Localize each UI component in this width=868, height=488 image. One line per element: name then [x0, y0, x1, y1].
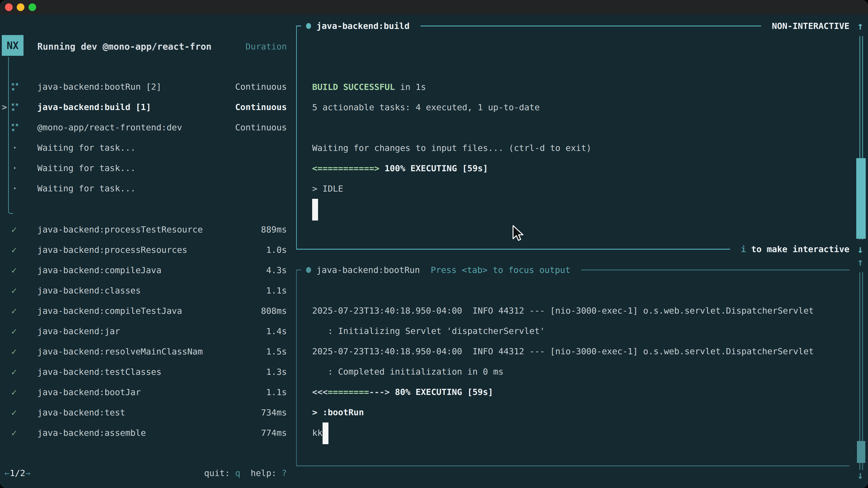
running-task-row[interactable]: > @mono-app/react-frontend:dev Continuou…	[0, 117, 294, 138]
minimize-button[interactable]	[17, 3, 24, 11]
build-pane-top-border: java-backend:build NON-INTERACTIVE	[296, 21, 849, 31]
page-prev-icon[interactable]: ←	[4, 468, 10, 478]
completed-task-row[interactable]: ✓ java-backend:test 734ms	[0, 402, 294, 423]
zoom-button[interactable]	[29, 3, 36, 11]
build-pane-bottom-border: i to make interactive	[296, 244, 849, 255]
running-task-row[interactable]: > · Waiting for task...	[0, 178, 294, 199]
progress-head-text: <<<	[312, 387, 328, 397]
scroll-up-icon[interactable]: ↑	[854, 16, 867, 36]
progress-bar-text: <===========>	[312, 163, 379, 173]
task-duration: Continuous	[235, 82, 287, 92]
progress-status-text: 100% EXECUTING [59s]	[379, 163, 488, 173]
build-output-pane[interactable]: java-backend:build NON-INTERACTIVE BUILD…	[296, 26, 849, 249]
task-name: java-backend:classes	[37, 286, 266, 295]
cursor-line	[312, 199, 845, 219]
running-task-row[interactable]: > java-backend:bootRun [2] Continuous	[0, 76, 294, 97]
task-duration: 774ms	[261, 428, 287, 438]
task-name: java-backend:resolveMainClassNam	[37, 347, 266, 357]
waiting-for-changes-line: Waiting for changes to input files... (c…	[312, 138, 845, 158]
task-name: java-backend:assemble	[37, 428, 261, 438]
bootrun-output-pane[interactable]: java-backend:bootRun Press <tab> to focu…	[296, 270, 849, 466]
task-name: java-backend:build [1]	[37, 102, 235, 112]
page-next-icon[interactable]: →	[25, 468, 31, 478]
log-line: : Completed initialization in 0 ms	[312, 361, 845, 382]
waiting-dot-icon: ·	[12, 184, 19, 193]
close-button[interactable]	[5, 3, 13, 11]
completed-task-row[interactable]: ✓ java-backend:resolveMainClassNam 1.5s	[0, 341, 294, 362]
stdin-input-text: kk	[312, 428, 322, 438]
progress-fill-text: ========	[328, 387, 369, 397]
bootrun-pane-scrollbar-track[interactable]	[860, 272, 863, 470]
blank-line	[312, 118, 845, 138]
help-hint-key: ?	[282, 468, 287, 478]
task-prompt-line: > :bootRun	[312, 402, 845, 422]
quit-hint-label: quit:	[204, 468, 235, 478]
idle-status-line: > IDLE	[312, 178, 845, 199]
checkmark-icon: ✓	[11, 306, 17, 316]
task-duration: 808ms	[261, 306, 287, 316]
interactive-hint-key: i	[741, 244, 746, 254]
checkmark-icon: ✓	[11, 408, 17, 418]
running-task-row[interactable]: > · Waiting for task...	[0, 138, 294, 158]
page-indicator: 1/2	[10, 468, 25, 478]
completed-task-row[interactable]: ✓ java-backend:processResources 1.0s	[0, 240, 294, 260]
quit-hint-key: q	[235, 468, 240, 478]
completed-task-row[interactable]: ✓ java-backend:testClasses 1.3s	[0, 362, 294, 382]
running-task-row[interactable]: > java-backend:build [1] Continuous	[0, 97, 294, 117]
scroll-up-icon[interactable]: ↑	[854, 252, 867, 272]
completed-task-row[interactable]: ✓ java-backend:compileTestJava 808ms	[0, 301, 294, 321]
spinner-icon	[12, 123, 19, 132]
task-duration: 1.1s	[266, 286, 287, 295]
task-status-dot-icon	[306, 267, 311, 273]
completed-task-row[interactable]: ✓ java-backend:assemble 774ms	[0, 423, 294, 443]
task-name: java-backend:jar	[37, 326, 266, 336]
spinner-icon	[12, 82, 19, 91]
terminal-block-cursor	[312, 199, 318, 221]
bootrun-pane-bottom-border	[296, 460, 849, 471]
progress-tail-text: --->	[369, 387, 390, 397]
task-name: java-backend:processResources	[37, 245, 266, 255]
task-name: java-backend:compileJava	[37, 265, 266, 275]
checkmark-icon: ✓	[11, 367, 17, 377]
gradle-progress-line: <<<========---> 80% EXECUTING [59s]	[312, 382, 845, 402]
window-titlebar[interactable]	[0, 0, 868, 14]
scroll-down-icon[interactable]: ↓	[854, 465, 867, 485]
task-duration: 4.3s	[266, 265, 287, 275]
bootrun-pane-scrollbar-thumb[interactable]	[857, 441, 865, 463]
task-name: Waiting for task...	[37, 143, 287, 153]
completed-task-row[interactable]: ✓ java-backend:bootJar 1.1s	[0, 382, 294, 402]
task-name: Waiting for task...	[37, 163, 287, 173]
checkmark-icon: ✓	[11, 245, 17, 255]
completed-task-row[interactable]: ✓ java-backend:classes 1.1s	[0, 281, 294, 301]
build-pane-title: java-backend:build	[316, 21, 410, 31]
task-duration: 734ms	[261, 408, 287, 418]
task-name: @mono-app/react-frontend:dev	[37, 123, 235, 132]
completed-task-row[interactable]: ✓ java-backend:jar 1.4s	[0, 321, 294, 341]
terminal-block-cursor	[322, 422, 329, 444]
task-duration: Continuous	[235, 123, 287, 132]
bootrun-pane-title: java-backend:bootRun	[316, 265, 420, 275]
task-name: java-backend:bootRun [2]	[37, 82, 235, 92]
completed-task-row[interactable]: ✓ java-backend:compileJava 4.3s	[0, 260, 294, 281]
checkmark-icon: ✓	[11, 224, 17, 235]
duration-column-label: Duration	[246, 41, 287, 52]
task-list-header: Running dev @mono-app/react-fron Duratio…	[0, 36, 294, 57]
waiting-dot-icon: ·	[12, 143, 19, 152]
task-duration: 1.1s	[266, 387, 287, 397]
running-task-list: > java-backend:bootRun [2] Continuous > …	[0, 76, 294, 199]
task-name: java-backend:bootJar	[37, 387, 266, 397]
running-task-row[interactable]: > · Waiting for task...	[0, 158, 294, 178]
build-successful-text: BUILD SUCCESSFUL	[312, 82, 395, 92]
build-result-line: BUILD SUCCESSFUL in 1s	[312, 77, 845, 97]
build-pane-scrollbar-thumb[interactable]	[856, 158, 866, 239]
task-name: java-backend:testClasses	[37, 367, 266, 377]
build-pane-output: BUILD SUCCESSFUL in 1s 5 actionable task…	[312, 77, 845, 219]
completed-task-row[interactable]: ✓ java-backend:processTestResource 889ms	[0, 219, 294, 240]
mouse-cursor-icon	[511, 225, 524, 242]
terminal-window: NX Running dev @mono-app/react-fron Dura…	[0, 0, 868, 488]
task-duration: 1.5s	[266, 347, 287, 357]
log-line: : Initializing Servlet 'dispatcherServle…	[312, 321, 845, 341]
run-command-title: Running dev @mono-app/react-fron	[37, 41, 246, 52]
selected-chevron-icon: >	[2, 102, 7, 112]
task-name: java-backend:compileTestJava	[37, 306, 261, 316]
